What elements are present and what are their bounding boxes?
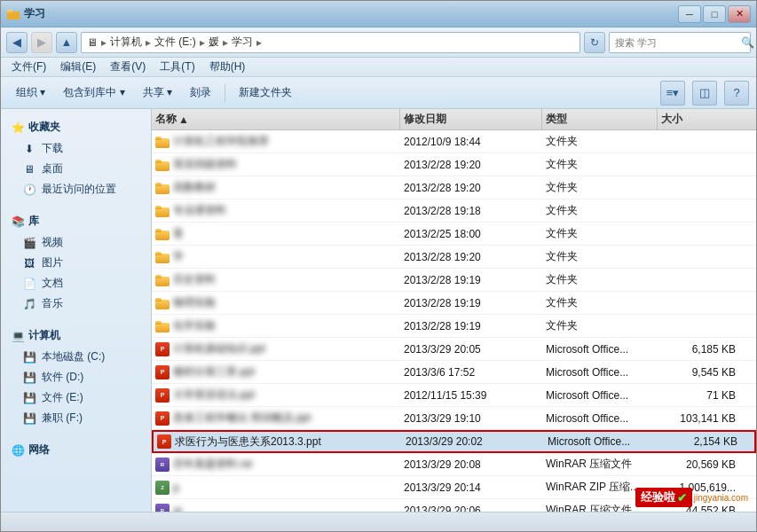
menu-view[interactable]: 查看(V): [103, 58, 153, 76]
col-header-name[interactable]: 名称 ▲: [152, 109, 400, 129]
file-date-cell: 2013/3/29 20:14: [400, 476, 542, 498]
breadcrumb-computer[interactable]: 计算机: [110, 35, 142, 50]
search-bar[interactable]: 🔍: [609, 32, 751, 53]
favorites-label: 收藏夹: [28, 120, 60, 135]
file-date: 2013/3/29 20:05: [404, 343, 481, 356]
sidebar-item-download[interactable]: ⬇ 下载: [4, 138, 147, 159]
sidebar-header-network[interactable]: 🌐 网络: [4, 439, 147, 461]
table-row[interactable]: P 微积分第三章.ppt 2013/3/6 17:52 Microsoft Of…: [152, 361, 756, 384]
table-row[interactable]: 英语四级资料 2013/2/28 19:20 文件夹: [152, 153, 756, 176]
table-row[interactable]: R 历年真题资料.rar 2013/3/29 20:08 WinRAR 压缩文件…: [152, 453, 756, 476]
organize-button[interactable]: 组织 ▾: [8, 81, 53, 106]
file-type-cell: Microsoft Office...: [544, 432, 659, 451]
file-type-cell: 文件夹: [542, 200, 658, 222]
sidebar-label-image: 图片: [42, 255, 63, 270]
breadcrumb-folder1[interactable]: 媛: [209, 35, 219, 50]
table-row[interactable]: 专业课资料 2013/2/28 19:18 文件夹: [152, 200, 756, 223]
sidebar-item-music[interactable]: 🎵 音乐: [4, 293, 147, 314]
col-header-date[interactable]: 修改日期: [400, 109, 542, 129]
col-header-type[interactable]: 类型: [542, 109, 658, 129]
view-options-button[interactable]: ≡▾: [660, 81, 685, 106]
file-size-cell: 2,154 KB: [659, 432, 748, 451]
file-name-cell: P 微积分第三章.ppt: [152, 361, 400, 383]
breadcrumb-folder2[interactable]: 学习: [232, 35, 253, 50]
address-bar: ◀ ▶ ▲ 🖥 ▸ 计算机 ▸ 文件 (E:) ▸ 媛 ▸ 学习 ▸ ↻ 🔍: [1, 27, 756, 58]
new-folder-button[interactable]: 新建文件夹: [231, 81, 300, 106]
table-row[interactable]: 复 2013/2/25 18:00 文件夹: [152, 223, 756, 246]
table-row[interactable]: P 患者工程学概论 用词概况.ppt 2013/3/29 19:10 Micro…: [152, 407, 756, 430]
search-input[interactable]: [615, 37, 737, 48]
menu-help[interactable]: 帮助(H): [202, 58, 253, 76]
folder-icon: [155, 319, 170, 333]
file-type: Microsoft Office...: [546, 343, 628, 356]
burn-button[interactable]: 刻录: [182, 81, 219, 106]
forward-button[interactable]: ▶: [31, 32, 52, 53]
rar-icon: R: [155, 504, 170, 512]
table-row[interactable]: 化学实验 2013/2/28 19:19 文件夹: [152, 315, 756, 338]
menu-edit[interactable]: 编辑(E): [53, 58, 103, 76]
table-row[interactable]: 高数教材 2013/2/28 19:20 文件夹: [152, 176, 756, 200]
share-button[interactable]: 共享 ▾: [135, 81, 180, 106]
file-name-cell: P 患者工程学概论 用词概况.ppt: [152, 407, 400, 429]
file-date-cell: 2013/3/6 17:52: [400, 361, 542, 383]
menu-file[interactable]: 文件(F): [4, 58, 53, 76]
file-size: 6,185 KB: [692, 343, 736, 356]
file-name: 复: [173, 226, 184, 241]
sidebar-header-library[interactable]: 📚 库: [4, 210, 147, 232]
refresh-button[interactable]: ↻: [584, 32, 605, 53]
sidebar-item-drive-d[interactable]: 💾 软件 (D:): [4, 367, 147, 387]
sidebar-header-computer[interactable]: 💻 计算机: [4, 325, 147, 347]
preview-pane-button[interactable]: ◫: [692, 81, 717, 106]
sidebar-item-video[interactable]: 🎬 视频: [4, 232, 147, 253]
sidebar-label-video: 视频: [42, 235, 63, 250]
close-button[interactable]: ✕: [728, 5, 751, 23]
table-row[interactable]: P 计算机基础知识.ppt 2013/3/29 20:05 Microsoft …: [152, 338, 756, 361]
ppt-icon: P: [157, 434, 171, 449]
file-date: 2012/10/9 18:44: [404, 136, 481, 148]
breadcrumb-bar[interactable]: 🖥 ▸ 计算机 ▸ 文件 (E:) ▸ 媛 ▸ 学习 ▸: [81, 32, 580, 53]
drive-e-icon: 💾: [22, 391, 36, 405]
table-row[interactable]: P 求医行为与医患关系2013.3.ppt 2013/3/29 20:02 Mi…: [152, 430, 756, 453]
col-type-label: 类型: [546, 112, 567, 127]
sidebar-label-download: 下载: [42, 141, 63, 156]
add-to-library-button[interactable]: 包含到库中 ▾: [55, 81, 132, 106]
file-type: WinRAR ZIP 压缩...: [546, 480, 639, 495]
menu-tools[interactable]: 工具(T): [153, 58, 201, 76]
file-date: 2013/2/25 18:00: [404, 228, 481, 240]
file-name: 专业课资料: [173, 203, 226, 218]
maximize-button[interactable]: □: [703, 5, 726, 23]
file-type-cell: 文件夹: [542, 246, 658, 268]
table-row[interactable]: 物理实验 2013/2/28 19:19 文件夹: [152, 292, 756, 315]
sidebar-item-recent[interactable]: 🕐 最近访问的位置: [4, 179, 147, 200]
file-date-cell: 2013/2/28 19:20: [400, 153, 542, 176]
sidebar-item-document[interactable]: 📄 文档: [4, 273, 147, 293]
sidebar-section-computer: 💻 计算机 💾 本地磁盘 (C:) 💾 软件 (D:) 💾 文件 (E:) 💾: [4, 325, 147, 428]
col-name-label: 名称: [155, 112, 177, 127]
sidebar-item-image[interactable]: 🖼 图片: [4, 253, 147, 273]
breadcrumb-drive[interactable]: 文件 (E:): [154, 35, 196, 50]
file-size-cell: [658, 130, 746, 153]
help-button[interactable]: ?: [724, 81, 749, 106]
sidebar-header-favorites[interactable]: ⭐ 收藏夹: [4, 116, 147, 138]
table-row[interactable]: 计算机工程学院推荐 2012/10/9 18:44 文件夹: [152, 130, 756, 153]
col-header-size[interactable]: 大小: [658, 109, 746, 129]
library-icon: 📚: [12, 215, 25, 228]
table-row[interactable]: 学 2013/2/28 19:20 文件夹: [152, 246, 756, 269]
back-button[interactable]: ◀: [6, 32, 28, 53]
file-name: 历年真题资料.rar: [173, 457, 253, 472]
file-date-cell: 2013/2/25 18:00: [400, 223, 542, 245]
file-date: 2013/3/29 19:10: [404, 412, 481, 425]
table-row[interactable]: 历史资料 2013/2/28 19:19 文件夹: [152, 269, 756, 292]
file-name-cell: 高数教材: [152, 176, 400, 199]
file-name: 患者工程学概论 用词概况.ppt: [173, 411, 311, 426]
sidebar-item-drive-c[interactable]: 💾 本地磁盘 (C:): [4, 347, 147, 367]
sidebar-item-drive-e[interactable]: 💾 文件 (E:): [4, 387, 147, 408]
table-row[interactable]: P 大学英语语法.ppt 2012/11/15 15:39 Microsoft …: [152, 384, 756, 407]
up-button[interactable]: ▲: [56, 32, 77, 53]
file-date-cell: 2013/3/29 20:06: [400, 499, 542, 512]
minimize-button[interactable]: ─: [678, 5, 701, 23]
ppt-icon: P: [155, 365, 170, 379]
sidebar-item-drive-f[interactable]: 💾 兼职 (F:): [4, 408, 147, 428]
file-name: 化学实验: [173, 318, 216, 333]
sidebar-item-desktop[interactable]: 🖥 桌面: [4, 159, 147, 179]
